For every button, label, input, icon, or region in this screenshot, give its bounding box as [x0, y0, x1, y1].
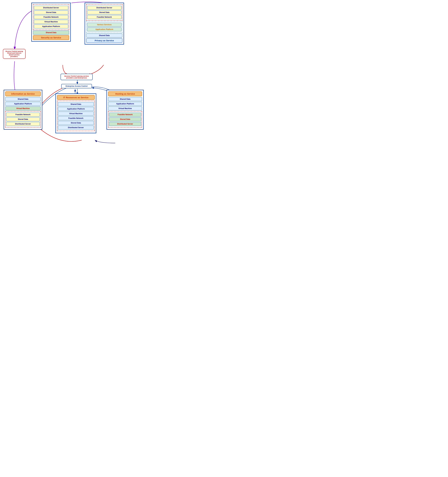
- info-distributed-server: Distributed Server: [6, 122, 40, 126]
- hosting-service-title: Hosting as Service: [108, 91, 142, 96]
- security-service-box: Distributed Server Stored Data Feasible …: [31, 3, 71, 42]
- info-virtual-machine: Virtual Machine: [5, 106, 41, 111]
- hosting-shared-data: Shared Data: [108, 97, 142, 101]
- privacy-service-box: Distributed Server Stored Data Feasible …: [85, 3, 124, 45]
- privacy-red-dashed: Distributed Server Stored Data Feasible …: [86, 4, 122, 21]
- it-resources-service-title: IT Resources as Service: [57, 95, 95, 100]
- security-virtual-machine: Virtual Machine: [34, 20, 68, 24]
- hosting-service-box: Hosting as Service Shared Data Applicati…: [106, 90, 144, 130]
- security-red-dashed: Distributed Server Stored Data Feasible …: [33, 4, 69, 30]
- privacy-shared-data: Shared Data: [86, 33, 122, 37]
- it-stored-data: Stored Data: [58, 121, 94, 125]
- security-application-platform: Application Platform: [34, 24, 68, 29]
- info-shared-data: Shared Data: [5, 97, 41, 101]
- hosting-virtual-machine: Virtual Machine: [108, 106, 142, 111]
- information-service-box: Information as Service Shared Data Appli…: [4, 90, 42, 130]
- hosting-application-platform: Application Platform: [108, 102, 142, 106]
- security-shared-data: Shared Data: [33, 30, 69, 35]
- privacy-various-services: Various Services: [87, 23, 122, 27]
- it-resources-service-box: IT Resources as Service Shared Data Appl…: [55, 93, 96, 133]
- information-service-title: Information as Service: [5, 91, 41, 96]
- it-application-platform: Application Platform: [58, 107, 94, 111]
- security-feasible-network: Feasible Network: [34, 15, 68, 19]
- hosting-stored-data: Stored Data: [109, 117, 141, 121]
- privacy-application-platform: Application Platform: [87, 27, 122, 31]
- it-shared-data: Shared Data: [58, 102, 94, 106]
- security-stored-data: Stored Data: [34, 10, 68, 14]
- it-resources-red-dashed: Shared Data Application Platform Virtual…: [57, 101, 95, 131]
- privacy-stored-data: Stored Data: [87, 10, 122, 14]
- hosting-feasible-network: Feasible Network: [109, 113, 141, 117]
- diagram-container: Access Control among Cloud and Internet …: [0, 0, 146, 155]
- access-control-cloud-box: Access Control among Cloud and Internet …: [3, 49, 25, 59]
- it-distributed-server: Distributed Server: [58, 125, 94, 130]
- enterprise-access-control-box: Enterprise Access Control: [61, 84, 92, 88]
- privacy-feasible-network: Feasible Network: [87, 15, 122, 19]
- access-control-service-text: Access Control among service providers a…: [64, 75, 89, 79]
- access-control-cloud-text: Access Control among Cloud and Internet …: [6, 50, 23, 57]
- info-feasible-network: Feasible Network: [6, 113, 40, 117]
- access-control-service-box: Access Control among service providers a…: [60, 74, 93, 80]
- security-service-title: Security as Service: [33, 35, 69, 40]
- privacy-distributed-server: Distributed Server: [87, 6, 122, 10]
- it-feasible-network: Feasible Network: [58, 116, 94, 120]
- security-distributed-server: Distributed Server: [34, 6, 68, 10]
- info-application-platform: Application Platform: [5, 102, 41, 106]
- privacy-service-title: Privacy as Service: [86, 38, 122, 43]
- info-stored-data: Stored Data: [6, 117, 40, 121]
- privacy-blue-dashed: Various Services Application Platform: [86, 21, 122, 33]
- enterprise-access-control-text: Enterprise Access Control: [66, 85, 88, 87]
- info-red-dashed: Feasible Network Stored Data Distributed…: [5, 111, 41, 127]
- hosting-red-dashed: Feasible Network Stored Data Distributed…: [108, 111, 142, 127]
- it-virtual-machine: Virtual Machine: [58, 112, 94, 116]
- hosting-distributed-server: Distributed Server: [109, 122, 141, 126]
